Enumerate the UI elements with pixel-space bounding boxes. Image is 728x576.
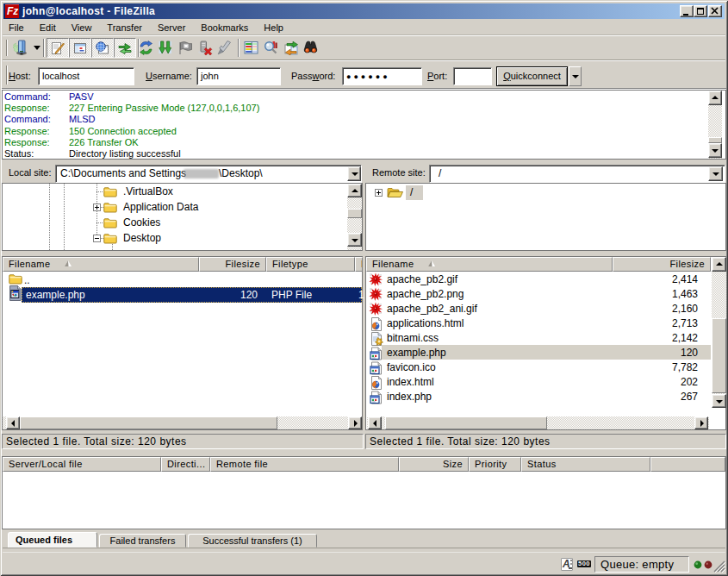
svg-text:Fz: Fz (7, 5, 18, 17)
